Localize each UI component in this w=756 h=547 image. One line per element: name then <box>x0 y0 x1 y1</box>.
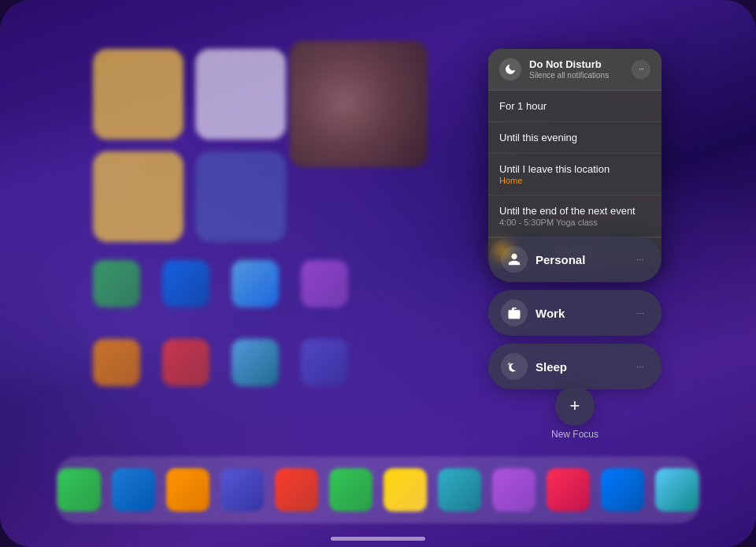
widget-yellow-1 <box>93 49 183 140</box>
dock-icon-9 <box>492 468 536 512</box>
moon-icon <box>499 58 521 80</box>
sleep-more-icon[interactable]: ··· <box>632 358 649 375</box>
app6-icon <box>162 339 209 386</box>
dnd-header: Do Not Disturb Silence all notifications <box>488 49 662 91</box>
dnd-subtitle: Silence all notifications <box>529 71 632 80</box>
dock-icon-2 <box>112 468 155 512</box>
personal-more-icon[interactable]: ··· <box>632 251 649 268</box>
sleep-icon <box>501 353 528 380</box>
work-more-icon[interactable]: ··· <box>632 304 649 322</box>
dnd-menu-until-leave-location[interactable]: Until I leave this location Home <box>488 154 662 195</box>
app-row-2 <box>93 339 348 386</box>
dnd-menu-until-next-event[interactable]: Until the end of the next event 4:00 - 5… <box>488 195 662 237</box>
dnd-menu-label-next-event: Until the end of the next event <box>499 205 650 217</box>
app4-icon <box>301 260 348 307</box>
sleep-label: Sleep <box>536 360 632 374</box>
personal-icon <box>501 246 528 273</box>
work-label: Work <box>536 307 632 320</box>
dock <box>55 456 701 523</box>
dnd-menu-sublabel-location: Home <box>499 176 650 185</box>
new-focus-button[interactable]: + <box>555 386 595 426</box>
app-row-1 <box>93 260 348 307</box>
dnd-menu-label-for-1-hour: For 1 hour <box>499 100 650 112</box>
dnd-popup: Do Not Disturb Silence all notifications… <box>488 49 662 268</box>
focus-btn-work[interactable]: Work ··· <box>488 290 662 336</box>
dock-icon-7 <box>384 468 427 512</box>
dock-icon-12 <box>655 468 699 512</box>
ipad-frame: Do Not Disturb Silence all notifications… <box>0 0 756 547</box>
new-focus-plus-icon: + <box>570 397 580 415</box>
dock-icon-6 <box>329 468 372 512</box>
app5-icon <box>93 339 140 386</box>
new-focus-label: New Focus <box>551 429 598 440</box>
focus-btn-sleep[interactable]: Sleep ··· <box>488 344 662 389</box>
widget-white <box>195 49 286 140</box>
dock-icon-8 <box>438 468 481 512</box>
widget-photo <box>290 41 428 167</box>
safari-app-icon <box>232 260 279 307</box>
dnd-menu-label-leave-location: Until I leave this location <box>499 163 650 175</box>
dock-icon-10 <box>547 468 590 512</box>
home-indicator <box>331 537 425 541</box>
focus-btn-personal[interactable]: Personal ··· <box>488 236 662 282</box>
widget-blue-1 <box>195 151 286 242</box>
dnd-more-button[interactable] <box>632 60 650 79</box>
app8-icon <box>301 339 348 386</box>
facetime-app-icon <box>162 260 209 307</box>
work-icon <box>501 300 528 326</box>
app7-icon <box>232 339 279 386</box>
focus-buttons: Personal ··· Work ··· Sleep ··· <box>488 236 662 389</box>
dock-icon-5 <box>275 468 318 512</box>
dnd-menu-for-1-hour[interactable]: For 1 hour <box>488 91 662 122</box>
personal-label: Personal <box>536 253 632 266</box>
dock-icon-4 <box>220 468 264 512</box>
widget-yellow-2 <box>93 151 183 242</box>
dock-icon-11 <box>601 468 644 512</box>
dnd-title: Do Not Disturb <box>529 58 632 71</box>
messages-app-icon <box>93 260 140 307</box>
dock-icon-3 <box>166 468 209 512</box>
dnd-menu-sublabel-event: 4:00 - 5:30PM Yoga class <box>499 218 650 227</box>
new-focus-container: + New Focus <box>488 386 662 440</box>
dnd-menu-until-this-evening[interactable]: Until this evening <box>488 122 662 154</box>
dock-icon-1 <box>57 468 101 512</box>
dnd-title-group: Do Not Disturb Silence all notifications <box>529 58 632 80</box>
dnd-menu-label-until-evening: Until this evening <box>499 132 650 143</box>
